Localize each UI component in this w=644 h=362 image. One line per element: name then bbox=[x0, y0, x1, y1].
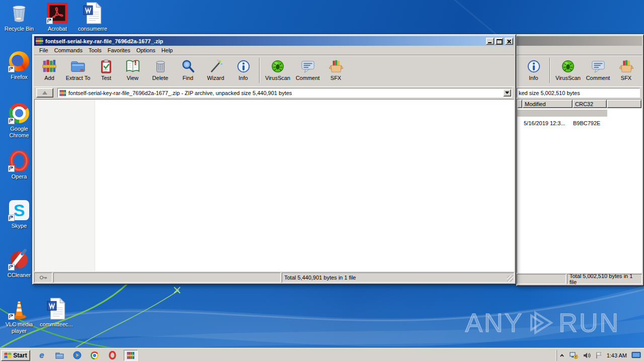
desktop-icon-acrobat[interactable]: Acrobat bbox=[41, 2, 73, 32]
word-document-icon bbox=[46, 298, 67, 320]
toolbar-label: SFX bbox=[621, 75, 631, 81]
watermark-any-text: ANY bbox=[465, 308, 523, 338]
status-key-panel bbox=[34, 273, 52, 283]
desktop-icon-consumerre[interactable]: consumerre bbox=[76, 2, 109, 32]
desktop-icon-recycle-bin[interactable]: Recycle Bin bbox=[3, 2, 35, 32]
shortcut-arrow-icon bbox=[8, 66, 15, 72]
menu-tools[interactable]: Tools bbox=[86, 46, 105, 54]
desktop-icon-skype[interactable]: S Skype bbox=[3, 199, 35, 229]
toolbar-button-view[interactable]: View bbox=[119, 56, 146, 85]
front-toolbar: Add Extract To Test View Delete Find Wiz… bbox=[34, 55, 514, 86]
toolbar-button-sfx[interactable]: SFX bbox=[322, 56, 350, 85]
find-magnifier-icon bbox=[181, 58, 196, 75]
desktop-icon-vlc[interactable]: VLC media player bbox=[3, 298, 35, 334]
media-player-icon[interactable] bbox=[72, 351, 82, 360]
file-row[interactable]: 5/16/2019 12:3... B9BC792E bbox=[517, 119, 641, 127]
column-header-crc32[interactable]: CRC32 bbox=[573, 100, 607, 108]
toolbar-button-test[interactable]: Test bbox=[94, 56, 119, 85]
back-statusbar: Total 5,002,510 bytes in 1 file bbox=[517, 274, 642, 284]
toolbar-button-delete[interactable]: Delete bbox=[146, 56, 174, 85]
back-status-total-panel: Total 5,002,510 bytes in 1 file bbox=[567, 274, 642, 284]
front-file-list[interactable] bbox=[34, 99, 514, 272]
toolbar-label: View bbox=[127, 75, 139, 81]
selected-row-highlight[interactable] bbox=[517, 110, 607, 117]
back-address-row: ked size 5,002,510 bytes bbox=[517, 86, 642, 99]
front-address-combobox[interactable]: fontself-serial-key-rar-file_7696d2a-167… bbox=[57, 88, 512, 98]
back-titlebar[interactable] bbox=[517, 36, 642, 46]
front-address-text: fontself-serial-key-rar-file_7696d2a-167… bbox=[68, 90, 292, 96]
toolbar-button-sfx[interactable]: SFX bbox=[612, 56, 640, 85]
back-file-list[interactable]: Modified CRC32 5/16/2019 12:3... B9BC792… bbox=[517, 99, 642, 273]
menu-favorites[interactable]: Favorites bbox=[105, 46, 133, 54]
toolbar-button-add[interactable]: Add bbox=[36, 56, 62, 85]
toolbar-button-comment[interactable]: Comment bbox=[293, 56, 322, 85]
network-status-icon[interactable] bbox=[570, 351, 578, 359]
desktop-icon-opera[interactable]: Opera bbox=[3, 150, 35, 180]
address-dropdown-button[interactable] bbox=[503, 89, 511, 97]
back-menubar bbox=[517, 46, 642, 55]
shortcut-arrow-icon bbox=[8, 264, 15, 270]
menu-file[interactable]: File bbox=[36, 46, 51, 54]
internet-explorer-icon[interactable]: e bbox=[37, 351, 46, 360]
up-directory-button[interactable] bbox=[36, 88, 53, 98]
desktop-icon-committee-doc[interactable]: committeec... bbox=[40, 298, 72, 328]
menu-commands[interactable]: Commands bbox=[51, 46, 86, 54]
desktop-icon-label: committeec... bbox=[40, 321, 72, 328]
front-statusbar: Total 5,440,901 bytes in 1 file bbox=[34, 273, 514, 283]
opera-taskbar-icon[interactable] bbox=[108, 351, 117, 360]
comment-icon bbox=[300, 58, 315, 75]
show-desktop-monitor-icon[interactable] bbox=[631, 351, 641, 359]
winrar-window-background[interactable]: Info VirusScan Comment SFX ked size 5,00… bbox=[516, 34, 644, 286]
up-arrow-icon bbox=[42, 91, 47, 95]
back-status-left-panel bbox=[517, 274, 566, 284]
toolbar-button-info[interactable]: Info bbox=[229, 56, 257, 85]
desktop-icon-firefox[interactable]: Firefox bbox=[3, 50, 35, 80]
folder-tree-panel[interactable] bbox=[35, 100, 95, 271]
resize-grip[interactable] bbox=[507, 276, 513, 282]
taskbar: Start e 1:43 AM bbox=[0, 348, 644, 362]
winrar-window-front[interactable]: fontself-serial-key-rar-file_7696d2a-167… bbox=[32, 34, 516, 285]
toolbar-label: Comment bbox=[586, 75, 610, 81]
explorer-folder-icon[interactable] bbox=[55, 351, 64, 360]
menu-options[interactable]: Options bbox=[133, 46, 158, 54]
winrar-task-button[interactable] bbox=[124, 350, 138, 361]
hidden-icons-chevron[interactable] bbox=[559, 352, 565, 358]
toolbar-label: Delete bbox=[152, 75, 169, 81]
volume-icon[interactable] bbox=[583, 352, 591, 359]
toolbar-button-find[interactable]: Find bbox=[174, 56, 202, 85]
toolbar-separator bbox=[549, 58, 550, 83]
desktop-icon-ccleaner[interactable]: CCleaner bbox=[3, 248, 35, 279]
toolbar-label: Comment bbox=[296, 75, 320, 81]
comment-icon bbox=[591, 58, 606, 75]
delete-trash-icon bbox=[153, 58, 168, 75]
minimize-button[interactable] bbox=[486, 38, 494, 45]
file-crc32-cell: B9BC792E bbox=[573, 120, 600, 126]
menu-help[interactable]: Help bbox=[158, 46, 176, 54]
toolbar-button-virusscan[interactable]: VirusScan bbox=[552, 56, 584, 85]
start-button[interactable]: Start bbox=[1, 350, 30, 361]
window-title: fontself-serial-key-rar-file_7696d2a-167… bbox=[45, 38, 485, 44]
column-header-modified[interactable]: Modified bbox=[522, 100, 573, 108]
system-tray: 1:43 AM bbox=[556, 350, 643, 361]
back-address-combobox[interactable]: ked size 5,002,510 bytes bbox=[517, 88, 640, 98]
front-titlebar[interactable]: fontself-serial-key-rar-file_7696d2a-167… bbox=[34, 36, 514, 46]
back-toolbar: Info VirusScan Comment SFX bbox=[517, 55, 642, 86]
taskbar-clock[interactable]: 1:43 AM bbox=[607, 352, 627, 358]
toolbar-label: Extract To bbox=[66, 75, 91, 81]
toolbar-button-wizard[interactable]: Wizard bbox=[202, 56, 229, 85]
front-status-total-text: Total 5,440,901 bytes in 1 file bbox=[284, 275, 356, 281]
toolbar-label: SFX bbox=[331, 75, 341, 81]
toolbar-button-virusscan[interactable]: VirusScan bbox=[262, 56, 293, 85]
toolbar-button-extract-to[interactable]: Extract To bbox=[62, 56, 94, 85]
desktop-icon-label: CCleaner bbox=[8, 272, 31, 279]
desktop-icon-google-chrome[interactable]: Google Chrome bbox=[3, 102, 35, 139]
toolbar-button-info[interactable]: Info bbox=[520, 56, 547, 85]
chrome-taskbar-icon[interactable] bbox=[90, 351, 99, 360]
close-button[interactable] bbox=[505, 38, 513, 45]
desktop-icon-label: Opera bbox=[12, 173, 27, 180]
maximize-button[interactable] bbox=[495, 38, 503, 45]
desktop-icon-label: Google Chrome bbox=[3, 126, 35, 139]
extract-folder-icon bbox=[70, 58, 86, 75]
action-center-flag-icon[interactable] bbox=[595, 351, 602, 359]
toolbar-button-comment[interactable]: Comment bbox=[584, 56, 612, 85]
